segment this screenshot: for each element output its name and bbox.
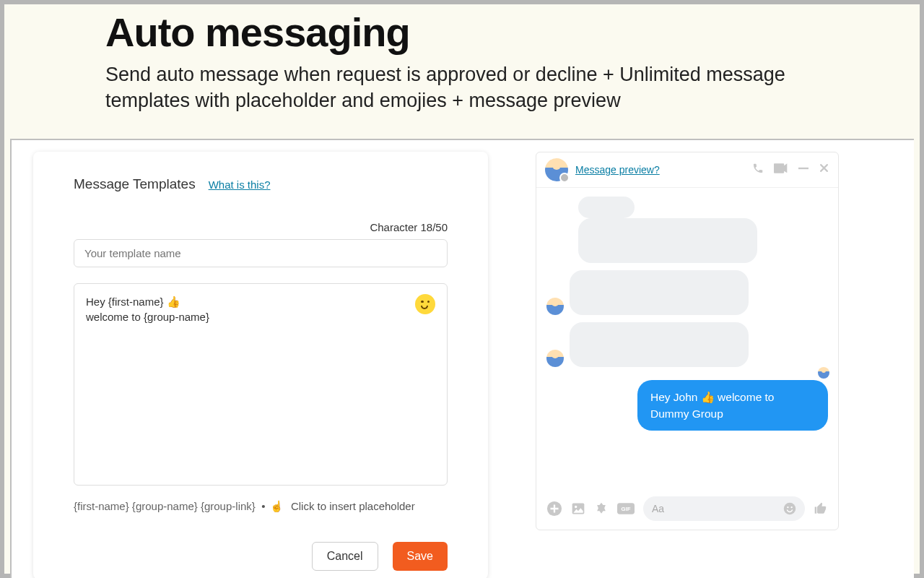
preview-header-link[interactable]: Message preview? [575,164,745,176]
message-line: welcome to {group-name} [86,309,435,324]
avatar [546,298,564,315]
save-button[interactable]: Save [393,542,448,571]
help-link[interactable]: What is this? [209,178,271,191]
chat-input[interactable]: Aa [643,496,805,521]
placeholder-hint: {first-name} {group-name} {group-link} •… [74,499,448,515]
pointer-icon: ☝ [270,499,284,515]
card-title: Message Templates [74,176,196,192]
svg-point-8 [791,506,793,508]
emoji-icon[interactable] [783,502,796,515]
minimize-icon[interactable] [798,163,808,176]
avatar [818,367,829,379]
video-icon[interactable] [774,163,788,176]
page-subtitle: Send auto message when request is approv… [105,61,819,114]
message-textarea[interactable]: Hey {first-name} 👍 welcome to {group-nam… [74,283,448,486]
sticker-icon[interactable] [594,501,609,516]
chat-input-placeholder: Aa [652,503,664,514]
svg-text:GIF: GIF [622,506,631,512]
message-line: Hey {first-name} 👍 [86,294,435,309]
placeholder-tokens[interactable]: {first-name} {group-name} {group-link} [74,500,256,512]
image-icon[interactable] [571,501,585,516]
received-bubble [578,197,635,218]
emoji-picker-button[interactable] [415,294,435,314]
gif-icon[interactable]: GIF [617,502,635,515]
svg-point-7 [787,506,788,508]
received-bubble [570,322,749,367]
character-count: Character 18/50 [74,221,448,233]
add-icon[interactable] [546,501,562,517]
svg-rect-0 [798,168,808,169]
avatar [546,350,564,367]
avatar [545,158,568,181]
template-card: Message Templates What is this? Characte… [33,152,488,578]
phone-icon[interactable] [752,163,764,177]
cancel-button[interactable]: Cancel [312,542,378,571]
message-preview-panel: Message preview? [536,152,839,530]
received-bubble [570,270,749,315]
smiley-icon [415,294,435,314]
svg-point-6 [784,503,796,515]
received-bubble [578,218,757,263]
template-name-input[interactable] [74,239,448,267]
like-icon[interactable] [814,501,828,516]
hint-text: Click to insert placeholder [291,500,415,512]
close-icon[interactable] [819,163,829,176]
svg-point-3 [575,506,577,508]
page-title: Auto messaging [105,9,819,56]
sent-message-bubble: Hey John 👍 welcome to Dummy Group [637,380,828,431]
